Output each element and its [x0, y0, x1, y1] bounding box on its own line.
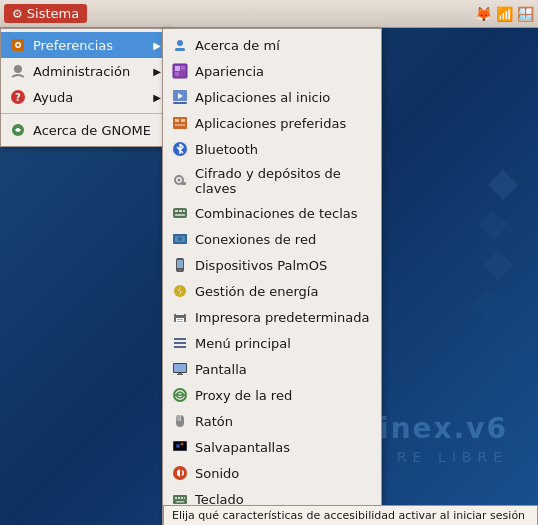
administracion-icon: [9, 62, 27, 80]
svg-rect-26: [181, 182, 186, 185]
network-tray-icon[interactable]: 📶: [496, 6, 513, 22]
raton-icon: [171, 412, 189, 430]
menu-item-proxy-red[interactable]: Proxy de la red: [163, 382, 381, 408]
svg-rect-42: [176, 311, 184, 315]
svg-point-27: [178, 179, 181, 182]
raton-label: Ratón: [195, 414, 373, 429]
proxy-red-label: Proxy de la red: [195, 388, 373, 403]
menu-item-conexiones-red[interactable]: Conexiones de red: [163, 226, 381, 252]
svg-point-59: [176, 444, 180, 448]
window-manager-icon[interactable]: 🪟: [517, 6, 534, 22]
menu-item-pantalla[interactable]: Pantalla: [163, 356, 381, 382]
menu-item-menu-principal[interactable]: Menú principal: [163, 330, 381, 356]
sistema-label: Sistema: [27, 6, 79, 21]
svg-rect-23: [175, 124, 185, 126]
svg-rect-41: [176, 318, 184, 323]
svg-rect-43: [177, 319, 183, 320]
svg-marker-2: [483, 250, 513, 280]
menu-item-acerca-gnome[interactable]: Acerca de GNOME: [1, 117, 169, 143]
preferencias-label: Preferencias: [33, 38, 147, 53]
menu-principal-label: Menú principal: [195, 336, 373, 351]
ayuda-arrow: ▶: [153, 92, 161, 103]
svg-rect-64: [175, 497, 177, 499]
ayuda-label: Ayuda: [33, 90, 147, 105]
administracion-arrow: ▶: [153, 66, 161, 77]
tooltip-text: Elija qué características de accesibilid…: [172, 509, 525, 522]
aplicaciones-preferidas-label: Aplicaciones preferidas: [195, 116, 373, 131]
svg-rect-18: [173, 102, 187, 104]
svg-rect-67: [184, 497, 185, 499]
svg-rect-14: [175, 66, 180, 71]
pantalla-icon: [171, 360, 189, 378]
impresora-label: Impresora predeterminada: [195, 310, 373, 325]
conexiones-red-icon: [171, 230, 189, 248]
combinaciones-teclas-label: Combinaciones de teclas: [195, 206, 373, 221]
cifrado-icon: [171, 172, 189, 190]
menu-item-bluetooth[interactable]: Bluetooth: [163, 136, 381, 162]
acerca-mi-icon: [171, 36, 189, 54]
svg-rect-44: [177, 321, 183, 322]
svg-point-11: [177, 40, 183, 46]
menu-item-acerca-mi[interactable]: Acerca de mí: [163, 32, 381, 58]
firefox-icon[interactable]: 🦊: [475, 6, 492, 22]
gestion-energia-icon: [171, 282, 189, 300]
bluetooth-label: Bluetooth: [195, 142, 373, 157]
svg-point-35: [178, 237, 182, 241]
gestion-energia-label: Gestión de energía: [195, 284, 373, 299]
svg-marker-3: [473, 290, 503, 320]
svg-rect-21: [175, 119, 179, 122]
svg-rect-30: [179, 210, 182, 212]
conexiones-red-label: Conexiones de red: [195, 232, 373, 247]
svg-point-60: [181, 443, 184, 446]
tray-icons: 🦊 📶 🪟: [475, 6, 534, 22]
sistema-dropdown: Preferencias ▶ Administración ▶ ? Ayuda …: [0, 28, 170, 147]
menu-item-gestion-energia[interactable]: Gestión de energía: [163, 278, 381, 304]
svg-rect-15: [181, 66, 185, 70]
menu-item-salvapantallas[interactable]: Salvapantallas: [163, 434, 381, 460]
acerca-mi-label: Acerca de mí: [195, 38, 373, 53]
menu-item-preferencias[interactable]: Preferencias ▶: [1, 32, 169, 58]
decorative-shapes: [443, 150, 523, 350]
svg-rect-22: [181, 119, 185, 122]
menu-item-apariencia[interactable]: Apariencia: [163, 58, 381, 84]
svg-marker-1: [478, 210, 508, 240]
administracion-label: Administración: [33, 64, 147, 79]
menu-principal-icon: [171, 334, 189, 352]
menu-item-dispositivos-palm[interactable]: Dispositivos PalmOS: [163, 252, 381, 278]
menubar: ⚙ Sistema 🦊 📶 🪟: [0, 0, 538, 28]
preferencias-icon: [9, 36, 27, 54]
svg-rect-32: [175, 214, 185, 216]
svg-rect-50: [177, 374, 183, 375]
svg-rect-37: [177, 260, 183, 268]
aplicaciones-inicio-icon: [171, 88, 189, 106]
menu-item-ayuda[interactable]: ? Ayuda ▶: [1, 84, 169, 110]
menu-item-raton[interactable]: Ratón: [163, 408, 381, 434]
linex-sub: RE LIBRE: [397, 449, 508, 465]
menu-item-combinaciones-teclas[interactable]: Combinaciones de teclas: [163, 200, 381, 226]
svg-rect-29: [175, 210, 178, 212]
apariencia-label: Apariencia: [195, 64, 373, 79]
svg-marker-0: [488, 170, 518, 200]
menu-item-sonido[interactable]: Sonido: [163, 460, 381, 486]
menu-item-impresora[interactable]: Impresora predeterminada: [163, 304, 381, 330]
salvapantallas-label: Salvapantallas: [195, 440, 373, 455]
menu-item-aplicaciones-preferidas[interactable]: Aplicaciones preferidas: [163, 110, 381, 136]
svg-rect-28: [173, 208, 187, 218]
gnome-icon: [9, 121, 27, 139]
tooltip-bar: Elija qué características de accesibilid…: [163, 505, 538, 525]
menu-item-aplicaciones-inicio[interactable]: Aplicaciones al inicio: [163, 84, 381, 110]
sonido-label: Sonido: [195, 466, 373, 481]
svg-rect-47: [174, 346, 186, 348]
impresora-icon: [171, 308, 189, 326]
ayuda-icon: ?: [9, 88, 27, 106]
cifrado-label: Cifrado y depósitos de claves: [195, 166, 373, 196]
svg-point-38: [179, 269, 181, 271]
pantalla-label: Pantalla: [195, 362, 373, 377]
combinaciones-teclas-icon: [171, 204, 189, 222]
sistema-menu-button[interactable]: ⚙ Sistema: [4, 4, 87, 23]
menu-item-cifrado[interactable]: Cifrado y depósitos de claves: [163, 162, 381, 200]
aplicaciones-inicio-label: Aplicaciones al inicio: [195, 90, 373, 105]
svg-rect-49: [174, 364, 186, 372]
proxy-red-icon: [171, 386, 189, 404]
menu-item-administracion[interactable]: Administración ▶: [1, 58, 169, 84]
